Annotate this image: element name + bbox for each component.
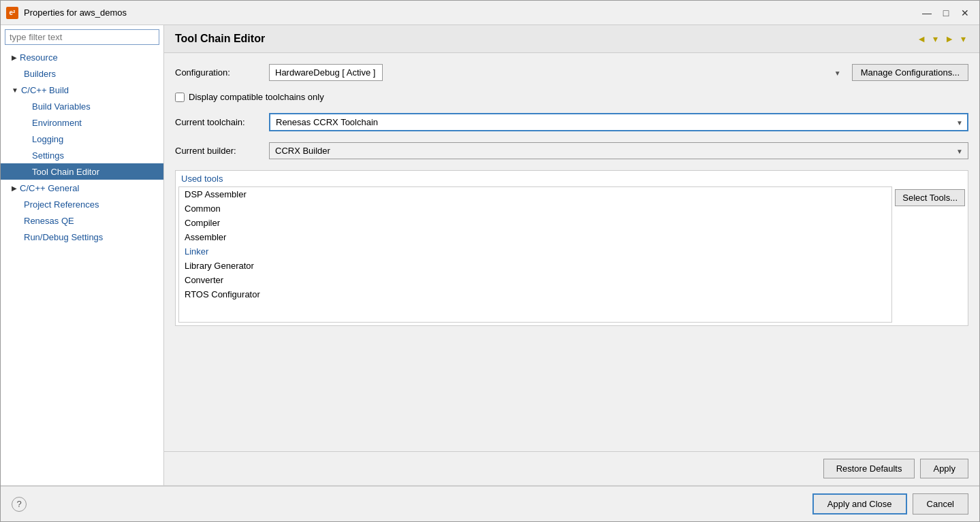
sidebar-item-label: Environment — [32, 118, 82, 128]
window-title: Properties for aws_demos — [24, 7, 913, 18]
page-title: Tool Chain Editor — [175, 33, 265, 45]
sidebar-item-project-references[interactable]: Project References — [1, 196, 163, 212]
list-item[interactable]: Linker — [179, 244, 891, 259]
properties-dialog: e² Properties for aws_demos — □ ✕ ▶Resou… — [0, 0, 980, 522]
configuration-label: Configuration: — [175, 67, 264, 78]
search-input[interactable] — [5, 29, 159, 45]
content-area: Tool Chain Editor ◄ ▾ ► ▾ Configuration:… — [164, 25, 979, 485]
sidebar-item-build-variables[interactable]: Build Variables — [1, 98, 163, 114]
used-tools-section: Used tools DSP AssemblerCommonCompilerAs… — [175, 170, 968, 326]
sidebar-item-label: Renesas QE — [24, 216, 74, 226]
sidebar-item-label: Logging — [32, 134, 63, 144]
sidebar-item-builders[interactable]: Builders — [1, 65, 163, 82]
sidebar-item-settings[interactable]: Settings — [1, 147, 163, 163]
list-item[interactable]: RTOS Configurator — [179, 287, 891, 301]
sidebar-item-label: Run/Debug Settings — [24, 232, 103, 242]
current-builder-label: Current builder: — [175, 146, 264, 156]
list-item[interactable]: Compiler — [179, 216, 891, 230]
configuration-select-wrapper: HardwareDebug [ Active ] — [269, 64, 847, 81]
cancel-button[interactable]: Cancel — [913, 493, 968, 515]
display-compatible-checkbox[interactable] — [175, 93, 185, 102]
forward-button[interactable]: ► — [942, 32, 957, 46]
tree-arrow-icon: ▶ — [12, 184, 17, 192]
current-toolchain-label: Current toolchain: — [175, 117, 264, 127]
list-item[interactable]: Common — [179, 201, 891, 216]
content-body: Configuration: HardwareDebug [ Active ] … — [164, 53, 979, 451]
sidebar: ▶ResourceBuilders▼C/C++ BuildBuild Varia… — [1, 25, 164, 485]
current-toolchain-row: Current toolchain: Renesas CCRX Toolchai… — [175, 113, 968, 131]
used-tools-header: Used tools — [176, 171, 968, 186]
toolchain-select-wrapper: Renesas CCRX Toolchain — [269, 113, 968, 131]
configuration-select[interactable]: HardwareDebug [ Active ] — [269, 64, 383, 81]
sidebar-item-c-cpp-build[interactable]: ▼C/C++ Build — [1, 82, 163, 98]
sidebar-item-renesas-qe[interactable]: Renesas QE — [1, 212, 163, 229]
display-compatible-label[interactable]: Display compatible toolchains only — [189, 92, 324, 102]
sidebar-item-label: Tool Chain Editor — [32, 167, 99, 177]
help-button[interactable]: ? — [12, 497, 27, 512]
sidebar-item-run-debug-settings[interactable]: Run/Debug Settings — [1, 229, 163, 245]
toolchain-select[interactable]: Renesas CCRX Toolchain — [269, 113, 968, 131]
dialog-footer-right: Apply and Close Cancel — [812, 493, 968, 515]
back-button[interactable]: ◄ — [914, 32, 929, 46]
nav-arrows: ◄ ▾ ► ▾ — [914, 32, 968, 46]
sidebar-item-resource[interactable]: ▶Resource — [1, 49, 163, 65]
apply-button[interactable]: Apply — [920, 459, 968, 478]
current-builder-row: Current builder: CCRX Builder — [175, 142, 968, 159]
builder-select[interactable]: CCRX Builder — [269, 142, 968, 159]
sidebar-item-logging[interactable]: Logging — [1, 131, 163, 147]
sidebar-item-label: Settings — [32, 150, 64, 161]
content-footer: Restore Defaults Apply — [164, 451, 979, 485]
list-item[interactable]: Converter — [179, 273, 891, 287]
minimize-button[interactable]: — — [918, 5, 936, 20]
restore-defaults-button[interactable]: Restore Defaults — [823, 459, 915, 478]
apply-and-close-button[interactable]: Apply and Close — [812, 493, 907, 515]
sidebar-item-label: Builders — [24, 69, 56, 79]
list-item[interactable]: Library Generator — [179, 259, 891, 273]
close-button[interactable]: ✕ — [956, 5, 974, 20]
manage-configurations-button[interactable]: Manage Configurations... — [852, 64, 968, 81]
content-header: Tool Chain Editor ◄ ▾ ► ▾ — [164, 25, 979, 53]
used-tools-list[interactable]: DSP AssemblerCommonCompilerAssemblerLink… — [178, 186, 892, 323]
main-content: ▶ResourceBuilders▼C/C++ BuildBuild Varia… — [1, 25, 979, 485]
list-item[interactable]: Assembler — [179, 230, 891, 244]
sidebar-item-tool-chain-editor[interactable]: Tool Chain Editor — [1, 163, 163, 180]
sidebar-item-label: Resource — [20, 52, 58, 63]
sidebar-item-label: C/C++ General — [20, 183, 79, 193]
list-item[interactable]: DSP Assembler — [179, 187, 891, 201]
sidebar-item-c-cpp-general[interactable]: ▶C/C++ General — [1, 180, 163, 196]
dialog-footer: ? Apply and Close Cancel — [1, 485, 979, 521]
maximize-button[interactable]: □ — [937, 5, 955, 20]
sidebar-item-label: Build Variables — [32, 101, 91, 112]
tree-arrow-icon: ▼ — [12, 86, 18, 94]
builder-select-wrapper: CCRX Builder — [269, 142, 968, 159]
configuration-row: Configuration: HardwareDebug [ Active ] … — [175, 64, 968, 81]
sidebar-item-environment[interactable]: Environment — [1, 114, 163, 131]
sidebar-item-label: C/C++ Build — [21, 85, 69, 95]
title-bar: e² Properties for aws_demos — □ ✕ — [1, 1, 979, 25]
sidebar-item-label: Project References — [24, 199, 99, 210]
forward-dropdown-button[interactable]: ▾ — [958, 32, 968, 46]
app-icon: e² — [6, 7, 18, 19]
select-tools-button[interactable]: Select Tools... — [895, 189, 965, 206]
used-tools-body: DSP AssemblerCommonCompilerAssemblerLink… — [176, 186, 968, 325]
back-dropdown-button[interactable]: ▾ — [930, 32, 941, 46]
window-controls: — □ ✕ — [918, 5, 974, 20]
display-compatible-row: Display compatible toolchains only — [175, 92, 968, 102]
tree-arrow-icon: ▶ — [12, 54, 17, 61]
